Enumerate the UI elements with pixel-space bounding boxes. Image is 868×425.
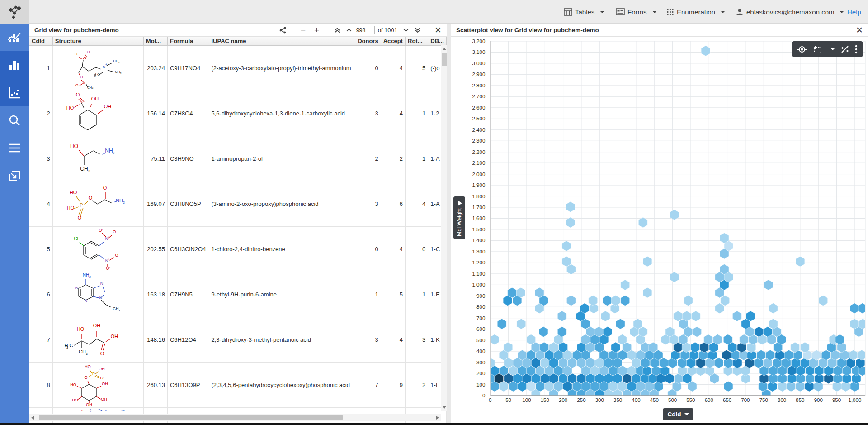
column-header-cdid[interactable]: CdId [29,37,52,45]
hexbin-cell[interactable] [769,303,778,314]
hexbin-cell[interactable] [796,256,805,267]
svg-text:300: 300 [476,360,485,365]
column-header-iupacname[interactable]: IUPAC name [209,37,355,45]
grid-hscroll-thumb[interactable] [39,415,343,420]
hexbin-cell[interactable] [721,296,730,306]
svg-text:O: O [106,266,109,270]
last-page-button[interactable] [413,25,423,35]
hexbin-cell[interactable] [850,303,859,314]
hexbin-cell[interactable] [539,327,548,337]
column-header-formula[interactable]: Formula [167,37,209,45]
prev-page-button[interactable] [344,25,354,35]
highlight-tool-icon[interactable] [840,45,850,54]
svg-text:+: + [105,63,107,66]
sidebar-item-export[interactable] [0,162,29,189]
scroll-up-arrow-icon[interactable] [443,48,446,50]
zoom-out-button[interactable]: − [298,25,308,35]
column-header-mol[interactable]: Mol... [143,37,167,45]
column-header-db[interactable]: DB... [428,37,447,45]
hexbin-cell[interactable] [497,319,506,329]
cell-mol: 163.18 [143,272,167,317]
column-header-rot[interactable]: Rot... [406,37,428,45]
x-axis-field-button[interactable]: CdId [663,408,693,420]
user-menu[interactable]: eblaskovics@chemaxon.com [736,0,844,24]
hexbin-cell[interactable] [674,311,683,321]
hexbin-cell[interactable] [566,296,576,306]
scroll-down-arrow-icon[interactable] [443,406,446,409]
column-header-accept[interactable]: Accept [381,37,405,45]
sidebar-item-search[interactable] [0,106,29,134]
svg-text:N: N [90,410,91,413]
hexbin-cell[interactable] [732,311,741,321]
hexbin-cell[interactable] [688,381,697,392]
hexbin-cell[interactable] [557,311,566,321]
scatter-close-button[interactable]: ✕ [854,25,864,35]
zoom-in-button[interactable]: + [312,25,322,35]
table-row[interactable]: 4HOHOPOOONH2169.07C3H8NO5P(3-amino-2-oxo… [29,181,447,226]
y-axis-expand-icon[interactable] [458,201,462,206]
column-header-donors[interactable]: Donors [355,37,381,45]
grid-vertical-scrollbar[interactable] [441,45,447,411]
first-page-button[interactable] [332,25,342,35]
column-header-structure[interactable]: Structure [52,37,143,45]
grid-vscroll-thumb[interactable] [442,53,447,66]
table-row[interactable]: 8HOHOOHOHOHOPHOOHO260.13C6H13O9P(2,3,4,5… [29,362,447,407]
y-axis-field-button[interactable]: Mol Weight [453,196,465,239]
hexbin-cell[interactable] [724,381,733,392]
sidebar-item-list[interactable] [0,134,29,162]
svg-text:HO: HO [72,398,78,402]
sidebar-item-grid-view[interactable] [0,51,29,79]
hexbin-cell[interactable] [693,327,702,337]
table-row[interactable]: 5ClN+O-ON+OO-202.55C6H3ClN2O41-chloro-2,… [29,226,447,272]
svg-text:HO: HO [85,364,91,369]
hexbin-cell[interactable] [691,311,700,321]
help-link[interactable]: Help [847,0,861,24]
hexbin-cell[interactable] [601,311,610,321]
hexbin-cell[interactable] [621,296,630,306]
share-button[interactable] [278,25,288,35]
hexbin-cell[interactable] [566,202,575,212]
table-row[interactable]: 2OHOOHOH156.14C7H8O45,6-dihydroxycyclohe… [29,91,447,136]
grid-close-button[interactable]: ✕ [433,25,443,35]
svg-text:NH: NH [105,148,113,154]
hexbin-cell[interactable] [858,303,867,314]
hexbin-cell[interactable] [517,319,526,329]
hexbin-cell[interactable] [490,334,499,345]
scroll-left-arrow-icon[interactable] [31,416,34,420]
table-row[interactable]: 6NH2NNNNCH3163.18C7H9N59-ethyl-9H-purin-… [29,272,447,317]
locate-tool-icon[interactable] [797,44,807,54]
hexbin-cell[interactable] [819,296,828,306]
add-selection-tool-icon[interactable] [812,44,823,54]
hexbin-cell[interactable] [643,287,652,298]
chart-more-menu-icon[interactable] [855,45,858,54]
sidebar-item-scatterplot-view[interactable] [0,79,29,106]
hexbin-cell[interactable] [638,217,647,228]
table-row[interactable]: 7H C3HOOHOHOCH3148.16C6H12O42,3-dihydrox… [29,317,447,362]
selection-mode-caret-icon[interactable] [830,48,835,50]
grid-horizontal-scrollbar[interactable] [29,414,441,421]
app-logo[interactable] [0,0,29,24]
next-page-button[interactable] [401,25,411,35]
hexbin-cell[interactable] [714,358,723,368]
hexbin-cell[interactable] [659,358,668,368]
hexbin-cell[interactable] [611,296,620,306]
hexbin-chart[interactable]: 01002003004005006007008009001,0001,1001,… [451,37,868,423]
hexbin-cell[interactable] [616,319,625,329]
hexbin-cell[interactable] [621,280,630,290]
hexbin-cell[interactable] [643,256,652,267]
menu-tables[interactable]: Tables [564,0,604,24]
hexbin-cell[interactable] [684,296,693,306]
hexbin-cell[interactable] [715,303,724,314]
page-number-input[interactable] [354,26,375,34]
hexbin-cell[interactable] [670,272,679,282]
hexbin-cell[interactable] [566,217,575,228]
menu-forms[interactable]: Forms [616,0,657,24]
scroll-right-arrow-icon[interactable] [436,416,439,420]
hexbin-cell[interactable] [764,280,773,290]
table-row[interactable]: 1OON+CH3CH3H C3OOCH3203.24C9H17NO4(2-ace… [29,45,447,91]
table-row[interactable]: 3HONH2CH375.11C3H9NO1-aminopropan-2-ol22… [29,136,447,181]
menu-enumeration[interactable]: Enumeration [666,0,725,24]
hexbin-cell[interactable] [603,296,612,306]
sidebar-item-dashboard[interactable] [0,24,29,51]
hexbin-cell[interactable] [589,296,598,306]
